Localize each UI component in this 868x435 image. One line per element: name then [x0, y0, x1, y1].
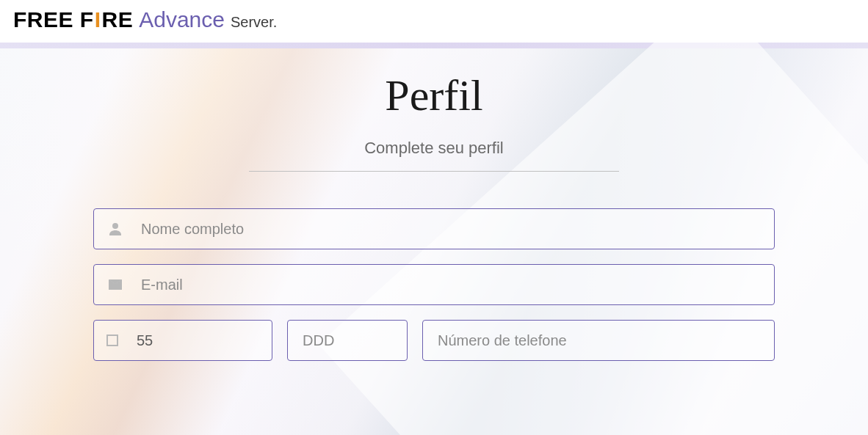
logo-text-part1: FREE F: [13, 7, 94, 32]
logo-text-part2: RE: [102, 7, 134, 32]
svg-rect-2: [107, 335, 117, 346]
divider: [249, 171, 619, 172]
header: FREE FIRE Advance Server.: [0, 0, 868, 43]
email-input[interactable]: [141, 277, 762, 293]
svg-point-0: [112, 223, 118, 229]
email-field-wrapper[interactable]: [93, 264, 775, 305]
flame-icon: I: [95, 7, 101, 32]
banner-strip: [0, 43, 868, 48]
country-code-field-wrapper[interactable]: [93, 320, 272, 361]
person-icon: [106, 219, 125, 238]
flag-icon: [106, 331, 120, 350]
phone-input[interactable]: [435, 332, 762, 349]
ddd-field-wrapper[interactable]: [287, 320, 408, 361]
phone-row: [93, 320, 775, 361]
email-icon: [106, 275, 125, 294]
logo-server-text: Server.: [231, 14, 277, 31]
logo-advance-text: Advance: [139, 7, 225, 32]
page-subtitle: Complete seu perfil: [364, 139, 504, 158]
name-input[interactable]: [141, 221, 762, 238]
logo-freefire: FREE FIRE: [13, 7, 133, 32]
main-content: Perfil Complete seu perfil: [0, 48, 868, 435]
phone-field-wrapper[interactable]: [422, 320, 775, 361]
profile-form: [93, 208, 775, 361]
name-field-wrapper[interactable]: [93, 208, 775, 249]
page-title: Perfil: [385, 70, 482, 121]
